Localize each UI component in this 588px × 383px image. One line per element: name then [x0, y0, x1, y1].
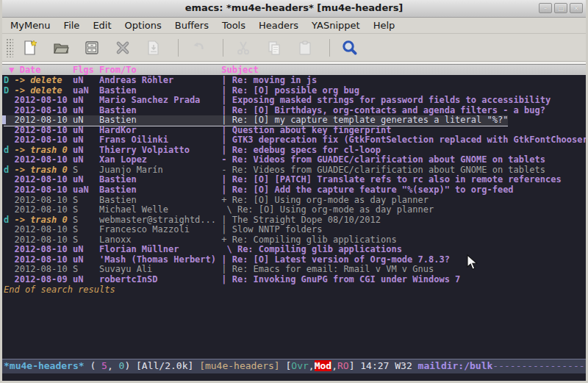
message-line: 2012-08-10 uN Mario Sanchez Prada | Expo…: [4, 95, 551, 105]
message-date: 2012-08-10: [14, 154, 72, 165]
menu-bar: MyMenuFileEditOptionsBuffersToolsHeaders…: [2, 18, 586, 34]
open-file-icon: [51, 39, 71, 57]
message-details: uN Xan Lopez - Re: Videos from GUADEC/cl…: [73, 154, 545, 165]
message-row[interactable]: 2012-08-10 S Suvayu Ali | Re: Emacs for …: [4, 265, 586, 275]
message-row[interactable]: d -> trash 0 S Juanjo Marín - Re: Videos…: [4, 165, 586, 176]
modeline-plain: ,: [309, 360, 315, 371]
message-details: S Michael Welle \ Re: [O] Using org-mode…: [73, 204, 434, 215]
mark-indicator: d: [4, 215, 14, 225]
message-date: 2012-08-10: [14, 204, 72, 215]
minimize-icon: –: [544, 4, 548, 12]
message-line: d -> trash 0 uN Thierry Volpiatto | Re: …: [4, 145, 381, 155]
mark-indicator: [4, 204, 14, 215]
mark-indicator: [4, 235, 14, 245]
window-controls: – □ ×: [539, 3, 583, 13]
message-row[interactable]: 2012-08-10 S Lanoxx + Re: Compiling glib…: [4, 235, 586, 246]
message-date: 2012-08-10: [14, 254, 72, 265]
message-date: 2012-08-10: [14, 125, 72, 135]
menu-item-file[interactable]: File: [57, 18, 87, 33]
mark-action: -> delete: [14, 75, 72, 85]
message-row[interactable]: 2012-08-10 uN Bastien | Re: [O] my captu…: [4, 115, 586, 126]
message-row[interactable]: 2012-08-10 uN Mario Sanchez Prada | Expo…: [4, 96, 586, 106]
modeline-dashes: ----------------------------------------: [492, 360, 586, 371]
echo-area: [2, 373, 586, 382]
message-date: 2012-08-10: [14, 235, 72, 245]
message-line: 2012-08-09 uN robertcInSD | Re: Invoking…: [4, 274, 460, 284]
message-row[interactable]: D -> delete uN Andreas Röhler | Re: movi…: [4, 76, 586, 86]
mode-line: *mu4e-headers* ( 5, 0) [All/2.0k] [mu4e-…: [2, 359, 586, 373]
close-button[interactable]: ×: [570, 3, 583, 13]
undo-icon: [189, 39, 208, 57]
save-buffer-icon: [82, 39, 101, 57]
message-row[interactable]: 2012-08-10 S Michael Welle \ Re: [O] Usi…: [4, 205, 586, 215]
mark-indicator: [4, 95, 14, 105]
menu-item-buffers[interactable]: Buffers: [168, 18, 215, 33]
message-details: uN Andreas Röhler | Re: moving in js: [73, 75, 317, 85]
menu-item-headers[interactable]: Headers: [252, 18, 305, 33]
message-date: 2012-08-10: [14, 95, 72, 105]
message-row[interactable]: 2012-08-09 uN robertcInSD | Re: Invoking…: [4, 275, 586, 285]
modeline-plain: ): [124, 360, 136, 371]
message-row[interactable]: 2012-08-10 S Bastien + Re: [O] Using org…: [4, 196, 586, 206]
mouse-cursor: [467, 254, 478, 271]
message-date: 2012-08-09: [14, 274, 72, 284]
toolbar-separator: [223, 39, 223, 57]
toolbar: [2, 34, 586, 62]
toolbar-button-save-as: [144, 38, 163, 57]
mark-action: -> delete: [14, 85, 72, 96]
message-row[interactable]: d -> trash 0 S webmaster@straightd... | …: [4, 215, 586, 226]
menu-item-yasnippet[interactable]: YASnippet: [305, 18, 367, 33]
message-row[interactable]: D -> delete uaN Bastien | Re: [O] possib…: [4, 86, 586, 96]
menu-item-help[interactable]: Help: [367, 18, 402, 33]
mark-indicator: D: [4, 75, 14, 85]
minimize-button[interactable]: –: [539, 3, 552, 13]
toolbar-drag-handle[interactable]: [6, 38, 13, 57]
modeline-line: 5: [101, 360, 107, 371]
menu-item-mymenu[interactable]: MyMenu: [4, 18, 57, 33]
message-details: uN Frans Oilinki | GTK3 deprecation fix …: [73, 135, 586, 145]
message-details: S Lanoxx + Re: Compiling glib applicatio…: [73, 235, 397, 245]
toolbar-separator: [178, 39, 179, 57]
message-row[interactable]: d -> trash 0 uN Thierry Volpiatto | Re: …: [4, 146, 586, 156]
modeline-plain: ]: [349, 360, 361, 371]
message-line: 2012-08-10 uN HardKor | Question about k…: [4, 125, 391, 135]
message-date: 2012-08-10: [14, 224, 72, 235]
cut-icon: [234, 39, 253, 57]
message-row[interactable]: 2012-08-10 uN Frans Oilinki | GTK3 depre…: [4, 135, 586, 146]
menu-item-edit[interactable]: Edit: [86, 18, 118, 33]
message-line: 2012-08-10 uN Florian Müllner \ Re: Comp…: [4, 244, 402, 254]
headers-buffer: D -> delete uN Andreas Röhler | Re: movi…: [2, 75, 586, 359]
message-row[interactable]: 2012-08-10 uN HardKor | Question about k…: [4, 126, 586, 136]
toolbar-button-undo: [189, 38, 208, 57]
mark-indicator: [4, 254, 14, 265]
paste-icon: [295, 39, 315, 57]
message-row[interactable]: 2012-08-10 uaN Bastien | Re: [O] Add the…: [4, 185, 586, 196]
menu-item-options[interactable]: Options: [118, 18, 168, 33]
toolbar-button-search[interactable]: [340, 38, 359, 57]
modeline-plain: [: [280, 360, 292, 371]
message-details: uN Bastien | Re: [O] Birthdays, org-cont…: [73, 105, 545, 115]
modeline-plain: ,: [331, 360, 337, 371]
message-row[interactable]: 2012-08-10 S Francesco Mazzoli | Slow NN…: [4, 225, 586, 235]
message-row[interactable]: 2012-08-10 uN Xan Lopez - Re: Videos fro…: [4, 155, 586, 165]
mark-indicator: D: [4, 85, 14, 96]
toolbar-button-open-file[interactable]: [51, 38, 71, 57]
modeline-buffer-name: *mu4e-headers*: [4, 360, 85, 371]
message-row[interactable]: 2012-08-10 uN Bastien | Re: [O] Birthday…: [4, 106, 586, 116]
message-row[interactable]: 2012-08-10 uN 'Mash (Thomas Herbert) | R…: [4, 255, 586, 265]
message-details: S Bastien + Re: [O] Using org-mode as da…: [73, 195, 429, 205]
emacs-window: emacs: *mu4e-headers* [mu4e-headers] – □…: [0, 0, 588, 383]
message-row[interactable]: 2012-08-10 uN Bastien | Re: [O] [PATCH] …: [4, 175, 586, 185]
toolbar-button-save-buffer[interactable]: [82, 38, 101, 57]
toolbar-button-close-buffer[interactable]: [113, 38, 132, 57]
message-line: 2012-08-10 S Lanoxx + Re: Compiling glib…: [4, 235, 397, 245]
menu-item-tools[interactable]: Tools: [215, 18, 252, 33]
message-line: 2012-08-10 uN Frans Oilinki | GTK3 depre…: [4, 135, 586, 145]
message-date: 2012-08-10: [14, 174, 72, 185]
message-line: 2012-08-10 uN 'Mash (Thomas Herbert) | R…: [4, 254, 450, 265]
message-row[interactable]: 2012-08-10 uN Florian Müllner \ Re: Comp…: [4, 245, 586, 255]
toolbar-button-new-file[interactable]: [21, 38, 40, 57]
titlebar[interactable]: emacs: *mu4e-headers* [mu4e-headers] – □…: [2, 0, 586, 18]
maximize-button[interactable]: □: [554, 3, 567, 13]
copy-icon: [265, 39, 284, 57]
